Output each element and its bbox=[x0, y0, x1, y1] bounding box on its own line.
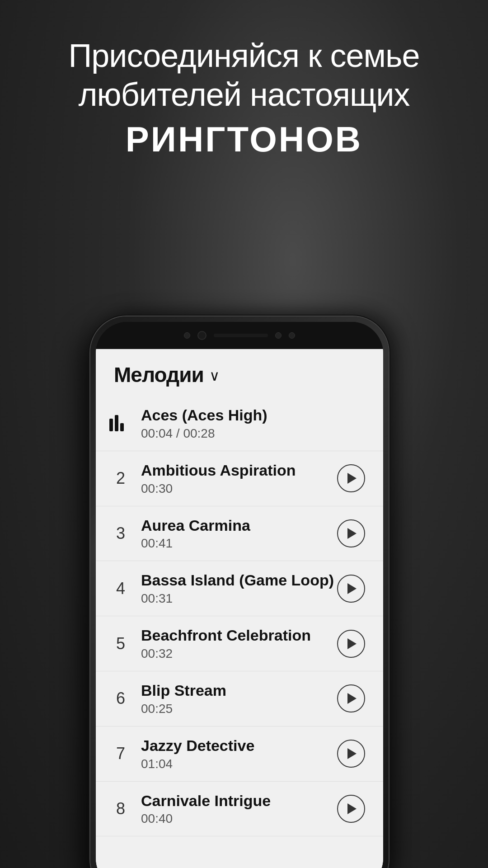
play-arrow-icon bbox=[347, 693, 357, 704]
track-number: 3 bbox=[109, 524, 132, 543]
camera-main bbox=[197, 331, 206, 340]
track-duration: 00:40 bbox=[141, 811, 337, 826]
phone-notch bbox=[96, 322, 383, 349]
track-item[interactable]: 7 Jazzy Detective 01:04 bbox=[96, 726, 383, 782]
play-button[interactable] bbox=[337, 575, 365, 603]
track-number: 4 bbox=[109, 579, 132, 598]
speaker-bar bbox=[214, 334, 268, 337]
headline-area: Присоединяйся к семье любителей настоящи… bbox=[0, 36, 488, 160]
track-number: 6 bbox=[109, 689, 132, 708]
track-list: Aces (Aces High) 00:04 / 00:28 2 Ambitio… bbox=[96, 396, 383, 868]
phone-outer-frame: Мелодии ∨ Aces (Aces High) bbox=[90, 316, 389, 868]
track-duration: 00:30 bbox=[141, 481, 337, 496]
track-info: Beachfront Celebration 00:32 bbox=[141, 626, 337, 661]
track-name: Aces (Aces High) bbox=[141, 406, 365, 425]
camera-dot-left bbox=[184, 332, 190, 339]
app-title-row: Мелодии ∨ bbox=[114, 363, 365, 387]
track-name: Carnivale Intrigue bbox=[141, 792, 337, 810]
track-number: 2 bbox=[109, 469, 132, 488]
play-arrow-icon bbox=[347, 638, 357, 649]
track-info: Jazzy Detective 01:04 bbox=[141, 736, 337, 771]
track-item[interactable]: Aces (Aces High) 00:04 / 00:28 bbox=[96, 396, 383, 451]
track-number: 8 bbox=[109, 799, 132, 818]
track-info: Bassa Island (Game Loop) 00:31 bbox=[141, 571, 337, 606]
track-number: 7 bbox=[109, 744, 132, 763]
track-info: Ambitious Aspiration 00:30 bbox=[141, 461, 337, 496]
track-name: Aurea Carmina bbox=[141, 516, 337, 535]
equalizer-icon bbox=[109, 415, 132, 431]
app-title: Мелодии bbox=[114, 363, 204, 387]
play-arrow-icon bbox=[347, 473, 357, 484]
track-duration: 00:25 bbox=[141, 702, 337, 716]
track-info: Blip Stream 00:25 bbox=[141, 681, 337, 716]
track-item[interactable]: 3 Aurea Carmina 00:41 bbox=[96, 506, 383, 561]
camera-dot-right bbox=[275, 332, 282, 339]
play-button[interactable] bbox=[337, 630, 365, 658]
track-duration: 01:04 bbox=[141, 757, 337, 771]
track-name: Ambitious Aspiration bbox=[141, 461, 337, 480]
track-name: Beachfront Celebration bbox=[141, 626, 337, 645]
track-item[interactable]: 5 Beachfront Celebration 00:32 bbox=[96, 616, 383, 671]
phone-screen: Мелодии ∨ Aces (Aces High) bbox=[96, 349, 383, 868]
track-item[interactable]: 2 Ambitious Aspiration 00:30 bbox=[96, 451, 383, 506]
play-arrow-icon bbox=[347, 748, 357, 759]
phone-inner-frame: Мелодии ∨ Aces (Aces High) bbox=[96, 322, 383, 868]
track-item[interactable]: 8 Carnivale Intrigue 00:40 bbox=[96, 782, 383, 837]
track-duration: 00:04 / 00:28 bbox=[141, 426, 365, 441]
track-duration: 00:32 bbox=[141, 646, 337, 661]
track-info: Aces (Aces High) 00:04 / 00:28 bbox=[141, 406, 365, 441]
play-button[interactable] bbox=[337, 519, 365, 547]
phone-mockup: Мелодии ∨ Aces (Aces High) bbox=[90, 316, 389, 868]
chevron-down-icon[interactable]: ∨ bbox=[209, 367, 220, 384]
track-name: Jazzy Detective bbox=[141, 736, 337, 755]
track-item[interactable]: 6 Blip Stream 00:25 bbox=[96, 671, 383, 726]
track-duration: 00:41 bbox=[141, 536, 337, 551]
headline-line1: Присоединяйся к семье любителей настоящи… bbox=[27, 36, 461, 114]
track-info: Carnivale Intrigue 00:40 bbox=[141, 792, 337, 826]
track-name: Blip Stream bbox=[141, 681, 337, 700]
track-name: Bassa Island (Game Loop) bbox=[141, 571, 337, 590]
track-number: 5 bbox=[109, 634, 132, 653]
track-item[interactable]: 4 Bassa Island (Game Loop) 00:31 bbox=[96, 561, 383, 616]
play-button[interactable] bbox=[337, 795, 365, 823]
play-arrow-icon bbox=[347, 583, 357, 594]
play-arrow-icon bbox=[347, 528, 357, 539]
camera-dot-far-right bbox=[289, 332, 295, 339]
play-button[interactable] bbox=[337, 464, 365, 492]
track-info: Aurea Carmina 00:41 bbox=[141, 516, 337, 551]
play-arrow-icon bbox=[347, 803, 357, 814]
play-button[interactable] bbox=[337, 684, 365, 712]
app-header: Мелодии ∨ bbox=[96, 349, 383, 396]
track-duration: 00:31 bbox=[141, 591, 337, 606]
play-button[interactable] bbox=[337, 740, 365, 768]
headline-line3: РИНГТОНОВ bbox=[27, 119, 461, 160]
